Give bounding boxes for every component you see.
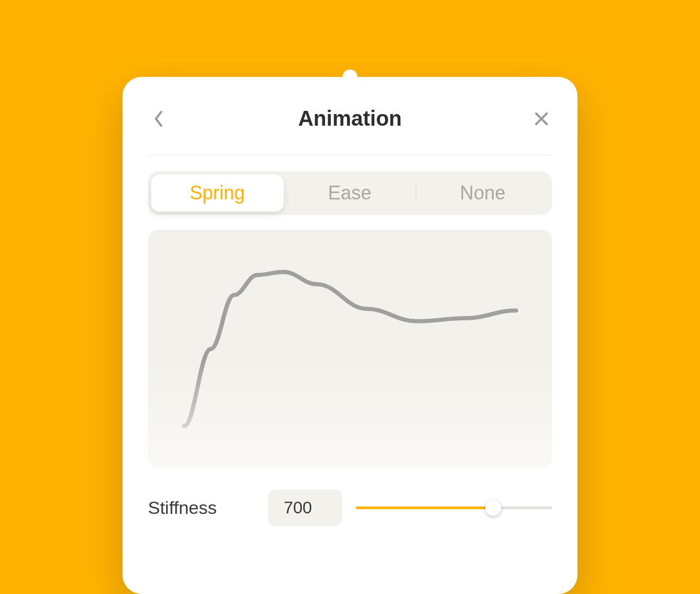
back-button[interactable] (148, 108, 169, 129)
tab-ease[interactable]: Ease (284, 174, 416, 212)
close-icon (534, 111, 549, 126)
panel-header: Animation (148, 107, 552, 155)
slider-thumb[interactable] (485, 500, 501, 516)
tab-none[interactable]: None (416, 174, 549, 212)
spring-curve-icon (172, 254, 528, 444)
animation-panel: Animation Spring Ease None Stiffness 700 (122, 77, 578, 594)
panel-title: Animation (169, 107, 531, 130)
animation-type-tabs: Spring Ease None (148, 171, 552, 215)
tab-spring[interactable]: Spring (151, 174, 284, 212)
slider-track-fill (356, 506, 493, 509)
stiffness-row: Stiffness 700 (148, 490, 552, 526)
chevron-left-icon (153, 110, 164, 128)
animation-curve-preview (148, 230, 552, 468)
stiffness-value[interactable]: 700 (268, 490, 342, 526)
stiffness-slider[interactable] (356, 497, 552, 519)
close-button[interactable] (531, 108, 552, 129)
stiffness-label: Stiffness (148, 497, 254, 518)
